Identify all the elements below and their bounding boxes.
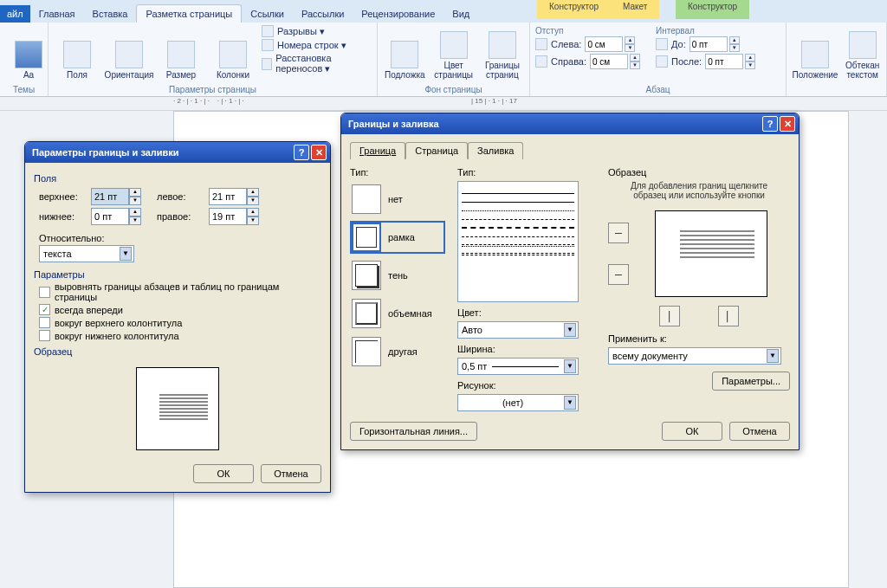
relative-select[interactable]: текста▼ (39, 245, 134, 262)
borders-dialog-title: Границы и заливка (348, 119, 439, 129)
border-options-dialog: Параметры границы и заливки ? ✕ Поля вер… (24, 141, 331, 493)
art-select[interactable]: (нет)▼ (457, 394, 579, 411)
spin-down[interactable]: ▼ (625, 44, 635, 52)
type-box[interactable]: рамка (350, 221, 445, 254)
themes-icon (15, 41, 42, 68)
wrap-text-button[interactable]: Обтекан текстом (844, 24, 881, 81)
color-select[interactable]: Авто▼ (457, 321, 579, 339)
group-page-bg-label: Фон страницы (383, 83, 524, 94)
tab-page[interactable]: Страница (405, 142, 468, 159)
type-custom[interactable]: другая (350, 335, 445, 368)
size-button[interactable]: Размер (158, 24, 204, 81)
spacing-after-input[interactable] (705, 54, 743, 69)
tab-insert[interactable]: Вставка (84, 5, 137, 23)
apply-select[interactable]: всему документу▼ (608, 347, 781, 365)
indent-right-input[interactable] (590, 54, 628, 69)
right-input[interactable] (209, 208, 247, 225)
spin-down[interactable]: ▼ (745, 61, 755, 69)
hyphenation-button[interactable]: Расстановка переносов ▾ (262, 52, 372, 75)
columns-button[interactable]: Колонки (210, 24, 256, 81)
tab-border[interactable]: Граница (350, 142, 405, 159)
tab-fill[interactable]: Заливка (468, 142, 523, 159)
options-dialog-titlebar[interactable]: Параметры границы и заливки ? ✕ (25, 142, 330, 163)
breaks-button[interactable]: Разрывы ▾ (262, 24, 372, 38)
close-button[interactable]: ✕ (780, 116, 795, 132)
spin-up[interactable]: ▲ (630, 54, 640, 61)
position-button[interactable]: Положение (792, 24, 838, 81)
page-borders-icon (489, 31, 516, 59)
check-around-header[interactable]: вокруг верхнего колонтитула (39, 317, 321, 328)
tab-table-layout[interactable]: Макет (611, 0, 659, 19)
bottom-input[interactable] (91, 208, 129, 225)
check-around-footer[interactable]: вокруг нижнего колонтитула (39, 330, 321, 341)
tab-header-design[interactable]: Конструктор (676, 0, 749, 19)
breaks-icon (262, 25, 274, 37)
spin-up[interactable]: ▲ (247, 188, 259, 197)
cancel-button[interactable]: Отмена (729, 422, 790, 441)
edge-bottom-button[interactable]: ─ (608, 264, 629, 285)
edge-right-button[interactable]: │ (718, 306, 739, 326)
orientation-button[interactable]: Ориентация (106, 24, 152, 81)
type-shadow[interactable]: тень (350, 259, 445, 292)
horizontal-line-button[interactable]: Горизонтальная линия... (350, 422, 477, 441)
spin-down[interactable]: ▼ (729, 44, 740, 52)
indent-left-input[interactable] (585, 36, 623, 52)
edge-top-button[interactable]: ─ (608, 223, 629, 243)
edge-left-button[interactable]: │ (659, 306, 680, 326)
tab-home[interactable]: Главная (30, 5, 84, 23)
check-always-front[interactable]: ✓всегда впереди (39, 304, 321, 315)
tab-page-layout[interactable]: Разметка страницы (136, 4, 242, 23)
margins-button[interactable]: Поля (54, 24, 100, 81)
help-button[interactable]: ? (762, 116, 778, 132)
spacing-before-input[interactable] (690, 36, 728, 52)
spin-up[interactable]: ▲ (129, 208, 141, 216)
spin-up[interactable]: ▲ (745, 54, 755, 61)
options-button[interactable]: Параметры... (712, 372, 790, 391)
page-borders-button[interactable]: Границы страниц (481, 24, 524, 81)
line-style-list[interactable] (457, 181, 579, 302)
width-select[interactable]: 0,5 пт▼ (457, 358, 579, 375)
params-section-label: Параметры (34, 269, 321, 280)
spin-up[interactable]: ▲ (247, 208, 259, 216)
watermark-button[interactable]: Подложка (383, 24, 427, 81)
close-button[interactable]: ✕ (311, 145, 327, 160)
color-label: Цвет: (457, 307, 596, 318)
tab-view[interactable]: Вид (444, 5, 478, 23)
spin-up[interactable]: ▲ (625, 36, 635, 44)
ok-button[interactable]: ОК (662, 422, 722, 441)
spin-down[interactable]: ▼ (129, 197, 141, 205)
tab-review[interactable]: Рецензирование (353, 5, 444, 23)
sample-label: Образец (608, 167, 790, 178)
custom-icon (352, 337, 381, 366)
indent-left-label: Слева: (551, 39, 581, 49)
page-color-button[interactable]: Цвет страницы (432, 24, 476, 81)
spin-up[interactable]: ▲ (729, 36, 740, 44)
tab-file[interactable]: айл (0, 5, 30, 23)
spacing-before-label: До: (671, 39, 686, 49)
line-numbers-button[interactable]: Номера строк ▾ (262, 38, 372, 52)
spin-up[interactable]: ▲ (129, 188, 141, 197)
ok-button[interactable]: ОК (193, 464, 254, 483)
tab-mailings[interactable]: Рассылки (293, 5, 353, 23)
cancel-button[interactable]: Отмена (261, 464, 321, 483)
dropdown-arrow-icon: ▼ (564, 323, 576, 337)
sample-preview[interactable] (655, 210, 767, 297)
size-icon (167, 41, 195, 68)
type-none[interactable]: нет (350, 183, 445, 216)
left-input[interactable] (209, 188, 247, 205)
spin-down[interactable]: ▼ (247, 197, 259, 205)
spin-down[interactable]: ▼ (129, 216, 141, 225)
borders-dialog-titlebar[interactable]: Границы и заливка ? ✕ (341, 113, 799, 134)
spin-down[interactable]: ▼ (247, 216, 259, 225)
check-align[interactable]: выровнять границы абзацев и таблиц по гр… (39, 281, 321, 302)
width-label: Ширина: (457, 344, 596, 354)
spacing-before-icon (656, 38, 668, 50)
spin-down[interactable]: ▼ (630, 61, 640, 69)
help-button[interactable]: ? (294, 145, 309, 160)
tab-table-design[interactable]: Конструктор (537, 0, 611, 19)
hyphenation-icon (262, 58, 272, 70)
themes-button[interactable]: Aa (5, 24, 52, 81)
type-3d[interactable]: объемная (350, 297, 445, 330)
tab-references[interactable]: Ссылки (242, 5, 293, 23)
top-input[interactable] (91, 188, 129, 205)
